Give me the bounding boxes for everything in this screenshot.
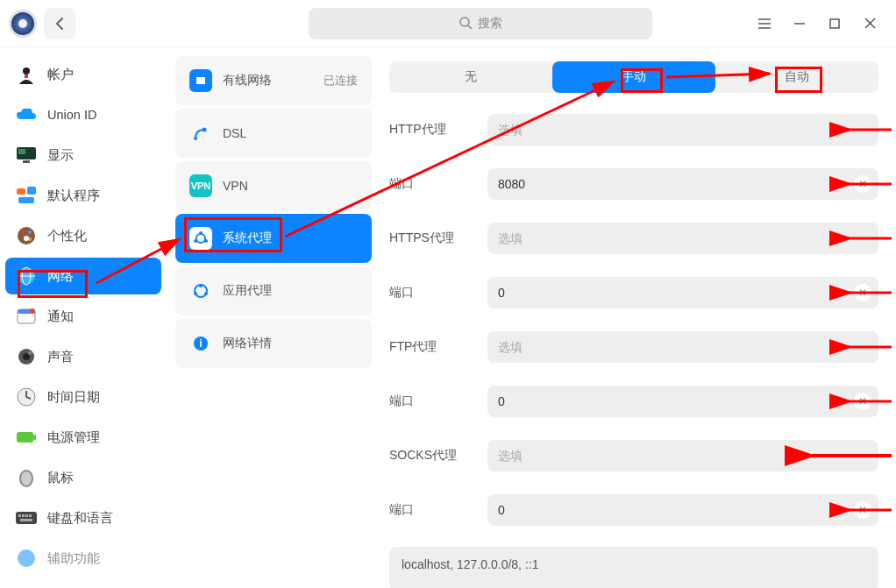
http-proxy-row: HTTP代理 xyxy=(389,112,878,147)
svg-rect-43 xyxy=(20,519,32,521)
ethernet-icon xyxy=(189,69,212,92)
svg-line-1 xyxy=(468,25,472,29)
https-port-field[interactable]: ✕ xyxy=(487,277,878,308)
clear-icon[interactable]: ✕ xyxy=(854,284,871,301)
socks-port-input[interactable] xyxy=(498,503,868,517)
close-button[interactable] xyxy=(861,15,878,32)
sidebar-item-accessibility[interactable]: 辅助功能 xyxy=(5,540,161,577)
app-proxy-icon xyxy=(189,280,212,302)
titlebar: 搜索 xyxy=(0,0,896,47)
https-proxy-field[interactable] xyxy=(487,223,878,254)
svg-point-48 xyxy=(196,234,205,243)
https-proxy-input[interactable] xyxy=(498,231,868,245)
close-icon xyxy=(864,18,876,29)
network-subnav: 有线网络 已连接 DSL VPN VPN 系统代理 应用代理 i 网络详情 xyxy=(167,47,380,588)
svg-point-21 xyxy=(24,236,29,241)
sidebar-item-notification[interactable]: 通知 xyxy=(5,298,161,335)
svg-rect-39 xyxy=(18,514,21,517)
maximize-icon xyxy=(829,18,840,29)
sidebar-item-unionid[interactable]: Union ID xyxy=(5,96,161,133)
clear-icon[interactable]: ✕ xyxy=(854,393,871,410)
minimize-button[interactable] xyxy=(791,15,808,32)
sidebar-item-label: 默认程序 xyxy=(47,188,100,204)
maximize-button[interactable] xyxy=(826,15,843,32)
sidebar-item-display[interactable]: 显示 xyxy=(5,137,161,174)
sidebar-item-label: 时间日期 xyxy=(47,389,100,406)
mouse-icon xyxy=(16,467,37,488)
socks-proxy-field[interactable] xyxy=(487,440,878,471)
http-proxy-input[interactable] xyxy=(498,123,868,137)
sidebar-item-default-apps[interactable]: 默认程序 xyxy=(5,177,161,214)
socks-proxy-input[interactable] xyxy=(498,449,868,463)
notification-icon xyxy=(16,306,37,327)
svg-rect-12 xyxy=(18,149,25,154)
ftp-port-input[interactable] xyxy=(498,394,868,408)
search-icon xyxy=(459,17,473,30)
clear-icon[interactable]: ✕ xyxy=(854,175,871,193)
sidebar-item-personalization[interactable]: 个性化 xyxy=(5,217,161,254)
http-port-field[interactable]: ✕ xyxy=(487,168,878,200)
ftp-port-field[interactable]: ✕ xyxy=(487,386,878,417)
subnav-item-wired[interactable]: 有线网络 已连接 xyxy=(175,56,372,105)
subnav-item-app-proxy[interactable]: 应用代理 xyxy=(175,266,372,315)
subnav-item-label: VPN xyxy=(223,179,248,193)
http-proxy-field[interactable] xyxy=(487,114,878,145)
sidebar-item-keyboard[interactable]: 键盘和语言 xyxy=(5,499,161,536)
https-port-input[interactable] xyxy=(498,286,868,300)
info-icon: i xyxy=(189,332,212,355)
subnav-item-system-proxy[interactable]: 系统代理 xyxy=(175,214,372,263)
sidebar-item-label: Union ID xyxy=(47,108,96,122)
cloud-icon xyxy=(16,104,37,125)
tab-auto[interactable]: 自动 xyxy=(715,61,878,93)
svg-rect-41 xyxy=(25,514,28,517)
sidebar-item-label: 键盘和语言 xyxy=(47,510,113,527)
socks-port-field[interactable]: ✕ xyxy=(487,494,878,526)
sidebar-item-label: 鼠标 xyxy=(47,470,74,486)
subnav-item-label: 网络详情 xyxy=(223,336,272,351)
bypass-list[interactable]: localhost, 127.0.0.0/8, ::1 xyxy=(389,547,878,588)
svg-point-51 xyxy=(194,239,197,243)
battery-icon xyxy=(16,427,37,448)
sidebar-item-time[interactable]: 时间日期 xyxy=(5,379,161,415)
dsl-icon xyxy=(189,122,212,145)
menu-button[interactable] xyxy=(756,15,773,32)
sidebar-item-network[interactable]: 网络 xyxy=(5,258,161,294)
sidebar-item-power[interactable]: 电源管理 xyxy=(5,419,161,456)
chevron-left-icon xyxy=(55,18,64,30)
app-logo xyxy=(9,10,37,38)
field-label: 端口 xyxy=(389,285,487,301)
subnav-item-network-details[interactable]: i 网络详情 xyxy=(175,319,372,368)
subnav-item-dsl[interactable]: DSL xyxy=(175,109,372,158)
back-button[interactable] xyxy=(44,8,75,39)
ftp-proxy-input[interactable] xyxy=(498,340,868,354)
svg-point-30 xyxy=(28,351,32,355)
tab-manual[interactable]: 手动 xyxy=(552,61,715,93)
sidebar-item-label: 显示 xyxy=(47,147,74,164)
svg-point-49 xyxy=(199,231,203,235)
svg-rect-34 xyxy=(17,432,33,443)
svg-point-47 xyxy=(194,137,197,140)
tab-none[interactable]: 无 xyxy=(389,61,552,93)
subnav-item-vpn[interactable]: VPN VPN xyxy=(175,161,372,210)
clear-icon[interactable]: ✕ xyxy=(854,501,871,519)
http-port-input[interactable] xyxy=(498,177,868,191)
sidebar-item-label: 网络 xyxy=(47,268,74,285)
socks-port-row: 端口 ✕ xyxy=(389,492,878,528)
ftp-proxy-row: FTP代理 xyxy=(389,329,878,365)
subnav-item-label: 应用代理 xyxy=(223,283,272,299)
svg-point-19 xyxy=(28,230,32,234)
sidebar-item-sound[interactable]: 声音 xyxy=(5,338,161,375)
subnav-item-label: 系统代理 xyxy=(223,230,272,246)
svg-point-18 xyxy=(21,230,25,234)
search-input[interactable]: 搜索 xyxy=(309,8,652,39)
sidebar-item-account[interactable]: 帐户 xyxy=(5,56,161,93)
ftp-proxy-field[interactable] xyxy=(487,331,878,363)
field-label: SOCKS代理 xyxy=(389,448,487,464)
defaults-icon xyxy=(16,185,37,206)
person-icon xyxy=(16,64,37,85)
field-label: FTP代理 xyxy=(389,339,487,355)
svg-rect-16 xyxy=(18,197,34,203)
sidebar-item-mouse[interactable]: 鼠标 xyxy=(5,459,161,496)
ftp-port-row: 端口 ✕ xyxy=(389,384,878,419)
minimize-icon xyxy=(793,18,806,30)
